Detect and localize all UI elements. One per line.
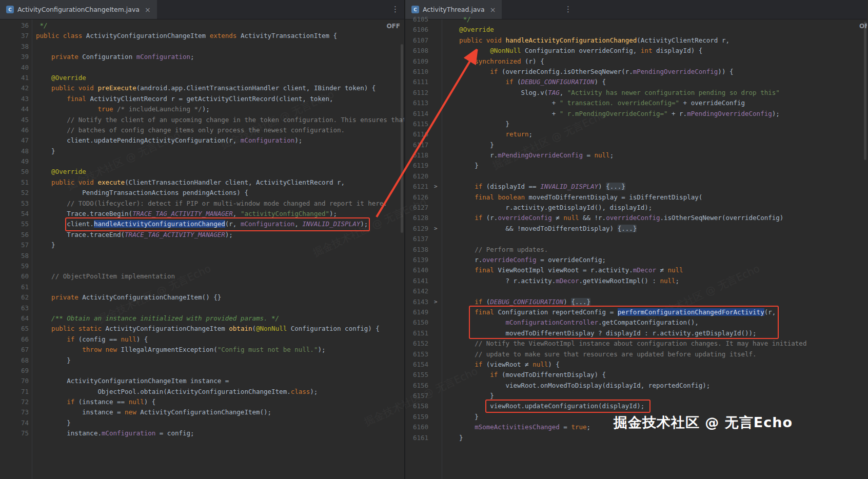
code-line[interactable]: 6112 Slog.v(TAG, "Activity has newer con… bbox=[405, 88, 867, 98]
code-line[interactable]: 59 bbox=[0, 261, 404, 271]
code-line[interactable]: 72 if (instance == null) { bbox=[0, 397, 404, 407]
line-number[interactable]: 36 bbox=[0, 21, 29, 31]
line-number[interactable]: 39 bbox=[0, 52, 29, 62]
code-line[interactable]: 65 public static ActivityConfigurationCh… bbox=[0, 324, 404, 334]
line-number[interactable]: 37 bbox=[0, 31, 29, 41]
code-line[interactable]: 66 if (config == null) { bbox=[0, 334, 404, 345]
line-number[interactable]: 53 bbox=[0, 198, 29, 209]
code-line[interactable]: 44 true /* includeLaunching */); bbox=[0, 104, 404, 114]
code-line[interactable]: 6118 r.mPendingOverrideConfig = null; bbox=[405, 150, 867, 161]
line-number[interactable]: 6126 bbox=[405, 192, 428, 203]
line-number[interactable]: 64 bbox=[0, 313, 29, 324]
code-line[interactable]: 6143> if (DEBUG_CONFIGURATION) {...} bbox=[405, 297, 867, 307]
line-number[interactable]: 55 bbox=[0, 219, 29, 229]
code-line[interactable]: 6105 */ bbox=[405, 14, 867, 25]
line-number[interactable]: 49 bbox=[0, 156, 29, 167]
line-number[interactable]: 58 bbox=[0, 251, 29, 261]
line-number[interactable]: 6154 bbox=[405, 360, 428, 370]
line-number[interactable]: 6139 bbox=[405, 255, 428, 265]
line-number[interactable]: 6114 bbox=[405, 109, 428, 119]
line-number[interactable]: 6138 bbox=[405, 245, 428, 255]
line-number[interactable]: 6129 bbox=[405, 224, 428, 234]
line-number[interactable]: 70 bbox=[0, 376, 29, 386]
line-number[interactable]: 6143 bbox=[405, 297, 428, 307]
code-line[interactable]: 51 public void execute(ClientTransaction… bbox=[0, 177, 404, 188]
line-number[interactable]: 40 bbox=[0, 63, 29, 73]
code-line[interactable]: 6140 final ViewRootImpl viewRoot = r.act… bbox=[405, 265, 867, 275]
code-line[interactable]: 45 // Notify the client of an upcoming c… bbox=[0, 115, 404, 125]
line-number[interactable]: 6157 bbox=[405, 391, 428, 401]
code-line[interactable]: 50 @Override bbox=[0, 167, 404, 177]
line-number[interactable]: 41 bbox=[0, 73, 29, 83]
line-number[interactable]: 45 bbox=[0, 115, 29, 125]
code-line[interactable]: 75 instance.mConfiguration = config; bbox=[0, 428, 404, 438]
code-line[interactable]: 74 } bbox=[0, 418, 404, 428]
line-number[interactable]: 6107 bbox=[405, 35, 428, 46]
line-number[interactable]: 44 bbox=[0, 104, 29, 114]
code-line[interactable]: 46 // batches of config change items onl… bbox=[0, 125, 404, 135]
code-line[interactable]: 6127 r.activity.getDisplayId(), displayI… bbox=[405, 203, 867, 213]
line-number[interactable]: 6128 bbox=[405, 213, 428, 223]
line-number[interactable]: 6151 bbox=[405, 328, 428, 338]
fold-collapsed-icon[interactable]: > bbox=[434, 182, 438, 192]
more-options-icon[interactable]: ⋮ bbox=[564, 5, 572, 14]
code-line[interactable]: 73 instance = new ActivityConfigurationC… bbox=[0, 407, 404, 417]
line-number[interactable]: 56 bbox=[0, 230, 29, 240]
code-line[interactable]: 63 bbox=[0, 303, 404, 313]
line-number[interactable]: 66 bbox=[0, 334, 29, 345]
code-line[interactable]: 6137 bbox=[405, 234, 867, 244]
code-line[interactable]: 58 bbox=[0, 251, 404, 261]
code-line[interactable]: 6119 } bbox=[405, 161, 867, 171]
code-line[interactable]: 53 // TODO(lifecycler): detect if PIP or… bbox=[0, 198, 404, 209]
line-number[interactable]: 69 bbox=[0, 366, 29, 376]
line-number[interactable]: 6149 bbox=[405, 307, 428, 317]
line-number[interactable]: 6119 bbox=[405, 161, 428, 171]
code-line[interactable]: 6151 movedToDifferentDisplay ? displayId… bbox=[405, 328, 867, 338]
code-line[interactable]: 6150 mConfigurationController.getCompatC… bbox=[405, 317, 867, 328]
line-number[interactable]: 6116 bbox=[405, 129, 428, 139]
line-number[interactable]: 50 bbox=[0, 167, 29, 177]
line-number[interactable]: 43 bbox=[0, 94, 29, 104]
code-editor-left[interactable]: 36 */37public class ActivityConfiguratio… bbox=[0, 19, 404, 479]
line-number[interactable]: 6108 bbox=[405, 46, 428, 56]
code-line[interactable]: 62 private ActivityConfigurationChangeIt… bbox=[0, 292, 404, 303]
code-line[interactable]: 6155 if (movedToDifferentDisplay) { bbox=[405, 370, 867, 380]
code-line[interactable]: 6126 final boolean movedToDifferentDispl… bbox=[405, 192, 867, 203]
code-line[interactable]: 41 @Override bbox=[0, 73, 404, 83]
line-number[interactable]: 6121 bbox=[405, 182, 428, 192]
code-line[interactable]: 6111 if (DEBUG_CONFIGURATION) { bbox=[405, 77, 867, 87]
fold-collapsed-icon[interactable]: > bbox=[434, 224, 438, 234]
code-line[interactable]: 6117 } bbox=[405, 140, 867, 150]
line-number[interactable]: 48 bbox=[0, 146, 29, 156]
line-number[interactable]: 6160 bbox=[405, 422, 428, 432]
line-number[interactable]: 6106 bbox=[405, 25, 428, 35]
code-editor-right[interactable]: 6105 */6106 @Override6107 public void ha… bbox=[405, 19, 867, 479]
code-line[interactable]: 6128 if (r.overrideConfig ≠ null && !r.o… bbox=[405, 213, 867, 223]
code-line[interactable]: 36 */ bbox=[0, 21, 404, 31]
line-number[interactable]: 74 bbox=[0, 418, 29, 428]
line-number[interactable]: 38 bbox=[0, 42, 29, 52]
line-number[interactable]: 61 bbox=[0, 282, 29, 292]
tab-close-icon[interactable]: × bbox=[490, 6, 496, 14]
line-number[interactable]: 6140 bbox=[405, 265, 428, 275]
line-number[interactable]: 6155 bbox=[405, 370, 428, 380]
code-line[interactable]: 52 PendingTransactionActions pendingActi… bbox=[0, 188, 404, 198]
line-number[interactable]: 6142 bbox=[405, 286, 428, 296]
line-number[interactable]: 6113 bbox=[405, 98, 428, 108]
line-number[interactable]: 6105 bbox=[405, 14, 428, 25]
code-line[interactable]: 6113 + " transaction. overrideConfig=" +… bbox=[405, 98, 867, 108]
line-number[interactable]: 6137 bbox=[405, 234, 428, 244]
line-number[interactable]: 73 bbox=[0, 407, 29, 417]
code-line[interactable]: 37public class ActivityConfigurationChan… bbox=[0, 31, 404, 41]
fold-collapsed-icon[interactable]: > bbox=[434, 297, 438, 307]
code-line[interactable]: 6110 if (overrideConfig.isOtherSeqNewer(… bbox=[405, 67, 867, 77]
code-line[interactable]: 55 client.handleActivityConfigurationCha… bbox=[0, 219, 404, 229]
code-line[interactable]: 6114 + " r.mPendingOverrideConfig=" + r.… bbox=[405, 109, 867, 119]
scrollbar-thumb-left[interactable] bbox=[401, 44, 403, 233]
code-line[interactable]: 6129> && !movedToDifferentDisplay) {...} bbox=[405, 224, 867, 234]
line-number[interactable]: 57 bbox=[0, 240, 29, 250]
line-number[interactable]: 6153 bbox=[405, 349, 428, 360]
line-number[interactable]: 63 bbox=[0, 303, 29, 313]
code-line[interactable]: 6154 if (viewRoot ≠ null) { bbox=[405, 360, 867, 370]
code-line[interactable]: 6139 r.overrideConfig = overrideConfig; bbox=[405, 255, 867, 265]
